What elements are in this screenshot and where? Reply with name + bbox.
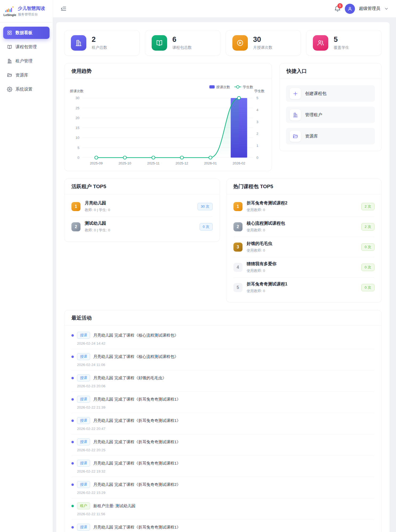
activity-item: 租户 新租户注册: 测试幼儿园 2026-02-22 11:56	[71, 498, 374, 520]
rank-item-meta: 使用教师: 0	[247, 248, 357, 253]
usage-count-badge: 0 次	[361, 264, 374, 271]
hot-courses-title: 热门课程包 TOP5	[227, 179, 382, 194]
recent-activity-panel: 最近活动 授课 月亮幼儿园 完成了课程《核心流程测试课程包》 2026-02-2…	[64, 310, 382, 532]
activity-item: 授课 月亮幼儿园 完成了课程《折耳兔奇奇测试课程1》 2026-02-22 20…	[71, 413, 374, 434]
sidebar-item-dashboard[interactable]: 数据看板	[3, 27, 50, 39]
stat-value: 30	[253, 36, 273, 43]
topbar: 5 超级管理员	[53, 0, 396, 18]
activity-dot	[71, 398, 74, 401]
activity-text: 月亮幼儿园 完成了课程《核心流程测试课程包》	[93, 333, 178, 338]
usage-trend-panel: 使用趋势 051015202530012345授课次数学生数2025-09202…	[64, 63, 272, 171]
chevron-down-icon[interactable]	[384, 7, 389, 11]
activity-type-tag: 授课	[77, 417, 90, 424]
activity-item: 授课 月亮幼儿园 完成了课程《折耳兔奇奇测试课程1》 2026-02-21 20…	[71, 520, 374, 532]
sidebar: LeSingle 少儿智慧阅读 服务管理后台 数据看板 课程包管理 租户管理 资…	[0, 0, 53, 532]
stat-cards-row: 2 租户总数 6 课程包总数 30 月授课次数 5 覆盖	[64, 30, 382, 56]
activity-text: 新租户注册: 测试幼儿园	[93, 503, 135, 509]
quick-entry-title: 快捷入口	[280, 63, 381, 79]
rank-list-item[interactable]: 3 好饿的毛毛虫 使用教师: 0 0 次	[233, 237, 375, 257]
active-tenants-panel: 活跃租户 TOP5 1 月亮幼儿园 教师: 0 | 学生: 0 30 次 2 测…	[64, 179, 220, 242]
activity-text: 月亮幼儿园 完成了课程《折耳兔奇奇测试课程1》	[93, 461, 181, 466]
activity-dot	[71, 462, 74, 465]
quick-entry-panel: 快捷入口 创建课程包 管理租户 资源库	[279, 63, 382, 151]
sidebar-item-course-packages[interactable]: 课程包管理	[3, 41, 50, 53]
svg-text:0: 0	[256, 156, 258, 160]
stat-label: 月授课次数	[253, 45, 273, 50]
brand-logo-icon: LeSingle	[3, 6, 15, 17]
activity-type-tag: 授课	[77, 396, 90, 403]
activity-timestamp: 2026-02-22 19:32	[77, 469, 374, 473]
rank-item-meta: 使用教师: 0	[247, 268, 357, 273]
user-name[interactable]: 超级管理员	[359, 6, 380, 11]
book-icon	[152, 35, 167, 51]
activity-item: 授课 月亮幼儿园 完成了课程《折耳兔奇奇测试课程1》 2026-02-22 21…	[71, 392, 374, 413]
activity-timestamp: 2026-02-22 21:39	[77, 405, 374, 409]
activity-item: 授课 月亮幼儿园 完成了课程《折耳兔奇奇测试课程1》 2026-02-22 19…	[71, 456, 374, 477]
activity-item: 授课 月亮幼儿园 完成了课程《核心流程测试课程包》 2026-02-24 14:…	[71, 328, 374, 349]
usage-trend-title: 使用趋势	[64, 63, 272, 79]
activity-type-tag: 授课	[77, 332, 90, 339]
stat-label: 课程包总数	[172, 45, 192, 50]
sidebar-collapse-icon[interactable]	[60, 6, 67, 12]
activity-item: 授课 月亮幼儿园 完成了课程《核心流程测试课程包》 2026-02-24 11:…	[71, 349, 374, 370]
stat-card: 5 覆盖学生	[306, 30, 382, 56]
svg-text:授课次数: 授课次数	[70, 89, 84, 93]
rank-list-item[interactable]: 4 猜猜我有多爱你 使用教师: 0 0 次	[233, 257, 375, 277]
activity-type-tag: 租户	[77, 502, 90, 509]
activity-dot	[71, 441, 74, 443]
hot-courses-panel: 热门课程包 TOP5 1 折耳兔奇奇测试课程2 使用教师: 0 2 次 2 核心…	[226, 179, 382, 303]
usage-count-badge: 30 次	[197, 203, 212, 210]
brand: LeSingle 少儿智慧阅读 服务管理后台	[0, 0, 53, 23]
rank-list-item[interactable]: 5 折耳兔奇奇测试课程1 使用教师: 0 0 次	[233, 277, 375, 297]
user-avatar[interactable]	[345, 4, 355, 14]
activity-type-tag: 授课	[77, 438, 90, 445]
activity-dot	[71, 356, 74, 358]
svg-text:20: 20	[75, 116, 79, 120]
rank-badge: 2	[71, 222, 80, 231]
quick-entry-item[interactable]: 资源库	[286, 128, 375, 144]
usage-count-badge: 2 次	[361, 223, 374, 231]
rank-badge: 2	[233, 222, 243, 231]
notification-bell-icon[interactable]: 5	[334, 5, 341, 12]
rank-list-item[interactable]: 1 月亮幼儿园 教师: 0 | 学生: 0 30 次	[71, 196, 213, 217]
activity-text: 月亮幼儿园 完成了课程《折耳兔奇奇测试课程1》	[93, 440, 181, 445]
rank-item-name: 折耳兔奇奇测试课程2	[247, 200, 357, 206]
rank-badge: 1	[71, 202, 80, 211]
rank-list-item[interactable]: 2 核心流程测试课程包 使用教师: 0 2 次	[233, 217, 375, 237]
activity-type-tag: 授课	[77, 481, 90, 488]
activity-text: 月亮幼儿园 完成了课程《折耳兔奇奇测试课程1》	[93, 397, 181, 402]
activity-timestamp: 2026-02-23 20:06	[77, 384, 374, 388]
dashboard-content: 2 租户总数 6 课程包总数 30 月授课次数 5 覆盖	[56, 22, 390, 532]
rank-item-name: 猜猜我有多爱你	[247, 261, 357, 267]
sidebar-item-resources[interactable]: 资源库	[3, 69, 50, 81]
stat-card: 2 租户总数	[64, 30, 140, 56]
usage-count-badge: 0 次	[200, 223, 213, 231]
brand-subtitle: 服务管理后台	[18, 12, 45, 17]
activity-timestamp: 2026-02-22 20:47	[77, 427, 374, 431]
rank-item-name: 测试幼儿园	[85, 221, 195, 226]
svg-text:2025-09: 2025-09	[90, 161, 103, 165]
activity-text: 月亮幼儿园 完成了课程《折耳兔奇奇测试课程1》	[93, 418, 181, 423]
stat-card: 30 月授课次数	[226, 30, 301, 56]
rank-badge: 3	[233, 243, 243, 252]
activity-text: 月亮幼儿园 完成了课程《核心流程测试课程包》	[93, 354, 178, 359]
plus-icon	[290, 88, 301, 99]
quick-entry-item[interactable]: 创建课程包	[286, 85, 375, 102]
rank-list-item[interactable]: 2 测试幼儿园 教师: 0 | 学生: 0 0 次	[71, 217, 213, 237]
svg-text:2: 2	[256, 132, 258, 136]
activity-type-tag: 授课	[77, 374, 90, 381]
usage-count-badge: 0 次	[361, 243, 374, 251]
dashboard-icon	[7, 30, 12, 35]
rank-item-name: 核心流程测试课程包	[247, 221, 357, 226]
play-icon	[232, 35, 248, 51]
brand-title: 少儿智慧阅读	[18, 6, 45, 11]
rank-item-name: 好饿的毛毛虫	[247, 241, 357, 247]
quick-entry-item[interactable]: 管理租户	[286, 107, 375, 123]
svg-text:学生数: 学生数	[254, 89, 265, 93]
sidebar-item-settings[interactable]: 系统设置	[3, 83, 50, 95]
sidebar-item-tenants[interactable]: 租户管理	[3, 55, 50, 67]
svg-text:学生数: 学生数	[243, 85, 253, 89]
usage-count-badge: 0 次	[361, 284, 374, 291]
rank-list-item[interactable]: 1 折耳兔奇奇测试课程2 使用教师: 0 2 次	[233, 196, 375, 217]
activity-text: 月亮幼儿园 完成了课程《好饿的毛毛虫》	[93, 376, 166, 381]
